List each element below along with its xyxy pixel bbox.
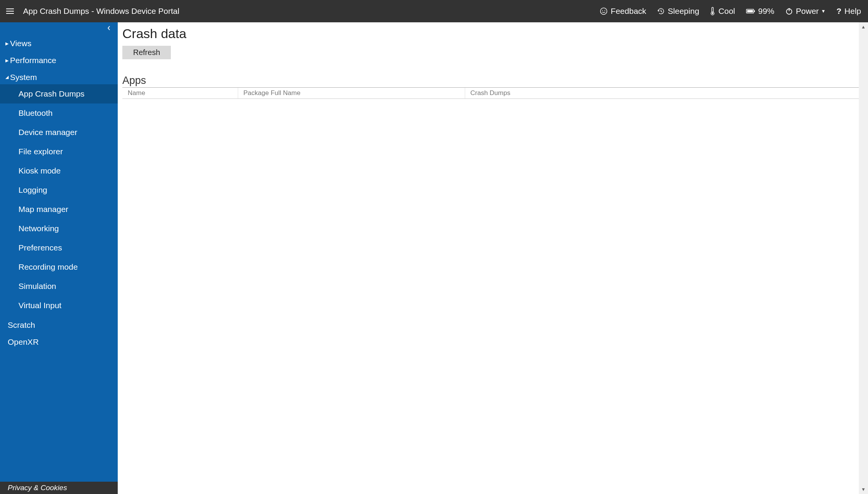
sidebar-item-bluetooth[interactable]: Bluetooth [0,103,118,123]
svg-point-3 [601,8,607,15]
sidebar-item-device-manager[interactable]: Device manager [0,123,118,142]
sidebar-item-recording-mode[interactable]: Recording mode [0,257,118,277]
column-name[interactable]: Name [122,88,238,99]
privacy-cookies-link[interactable]: Privacy & Cookies [0,482,118,494]
refresh-button[interactable]: Refresh [122,46,171,59]
caret-right-icon: ▶ [5,41,9,46]
sidebar-item-scratch[interactable]: Scratch [0,317,118,334]
column-package-full-name[interactable]: Package Full Name [238,88,465,99]
sidebar-item-file-explorer[interactable]: File explorer [0,142,118,161]
question-icon: ? [836,7,841,16]
battery-label: 99% [758,7,775,16]
history-icon [657,7,665,15]
power-icon [785,7,793,15]
hamburger-menu-button[interactable] [4,5,16,17]
sidebar-section-label: Views [10,39,32,48]
page-title: App Crash Dumps - Windows Device Portal [23,7,179,16]
svg-point-10 [712,13,713,14]
sidebar-item-simulation[interactable]: Simulation [0,277,118,296]
svg-point-5 [604,10,605,11]
temperature-status[interactable]: Cool [710,7,735,16]
svg-rect-12 [747,10,753,12]
help-button[interactable]: ? Help [836,7,861,16]
svg-point-4 [602,10,603,11]
table-header-row: Name Package Full Name Crash Dumps [122,88,861,99]
smile-icon [600,7,608,15]
sidebar-section-label: System [10,73,37,82]
apps-heading: Apps [122,75,861,87]
svg-rect-13 [754,10,755,12]
main-content: Crash data Refresh Apps Name Package Ful… [118,22,868,494]
svg-line-7 [661,12,662,12]
topbar: App Crash Dumps - Windows Device Portal … [0,0,868,22]
sidebar-section-label: Performance [10,56,56,65]
battery-status[interactable]: 99% [746,7,775,16]
collapse-sidebar-button[interactable] [107,25,111,32]
temperature-label: Cool [718,7,735,16]
sidebar-item-openxr[interactable]: OpenXR [0,334,118,350]
sidebar-item-app-crash-dumps[interactable]: App Crash Dumps [0,84,118,103]
sidebar-item-networking[interactable]: Networking [0,219,118,238]
feedback-label: Feedback [611,7,646,16]
column-crash-dumps[interactable]: Crash Dumps [465,88,861,99]
battery-icon [746,8,755,14]
sidebar-item-map-manager[interactable]: Map manager [0,200,118,219]
vertical-scrollbar[interactable]: ▲ ▼ [859,22,868,494]
sleep-label: Sleeping [668,7,699,16]
caret-down-icon: ▼ [821,8,826,14]
power-menu[interactable]: Power ▼ [785,7,826,16]
sidebar-section-views[interactable]: ▶ Views [0,35,118,52]
sidebar: ▶ Views ▶ Performance ◢ System App Crash… [0,22,118,494]
sidebar-section-system[interactable]: ◢ System [0,69,118,84]
svg-rect-8 [712,7,713,12]
sidebar-item-virtual-input[interactable]: Virtual Input [0,296,118,315]
hamburger-icon [6,8,14,14]
sidebar-item-logging[interactable]: Logging [0,180,118,200]
sidebar-section-performance[interactable]: ▶ Performance [0,52,118,69]
chevron-left-icon [107,25,111,31]
help-label: Help [845,7,861,16]
sidebar-item-preferences[interactable]: Preferences [0,238,118,257]
apps-table: Name Package Full Name Crash Dumps [122,87,861,99]
sleep-status[interactable]: Sleeping [657,7,699,16]
caret-right-icon: ▶ [5,58,9,63]
crash-data-heading: Crash data [122,26,861,41]
sidebar-item-kiosk-mode[interactable]: Kiosk mode [0,161,118,180]
thermometer-icon [710,7,715,15]
scroll-up-arrow-icon[interactable]: ▲ [859,22,868,32]
caret-down-icon: ◢ [5,75,9,80]
power-label: Power [796,7,819,16]
feedback-button[interactable]: Feedback [600,7,646,16]
scroll-down-arrow-icon[interactable]: ▼ [859,485,868,494]
